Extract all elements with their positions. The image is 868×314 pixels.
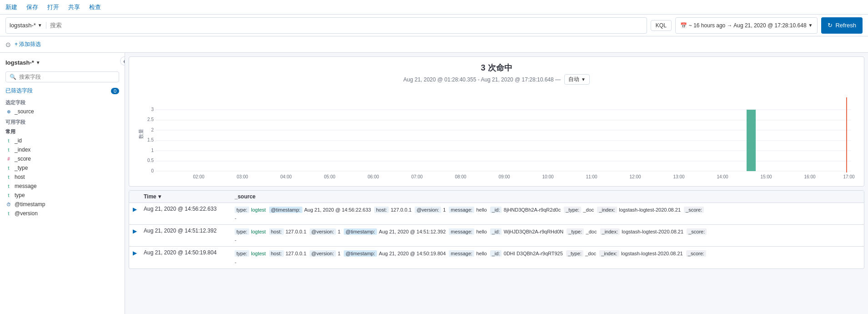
- field-item-type2[interactable]: t type: [0, 191, 125, 200]
- sidebar-search-icon: 🔍: [10, 74, 16, 80]
- menu-item-inspect[interactable]: 检查: [89, 3, 101, 11]
- field-item-index[interactable]: t _index: [0, 145, 125, 154]
- row-expand-button-2[interactable]: ▶: [133, 228, 144, 234]
- index-selector[interactable]: logstash-* ▼: [10, 22, 46, 29]
- token-val-host3: 127.0.0.1: [286, 251, 308, 256]
- row-dash-3: -: [133, 259, 860, 266]
- field-type-icon-id: t: [5, 137, 12, 144]
- field-item-message[interactable]: t message: [0, 182, 125, 191]
- chart-svg: 数量 0 0.5 1 1.5 2 2.5 3: [135, 88, 858, 179]
- field-item-score[interactable]: # _score: [0, 154, 125, 163]
- token-key-ver3: @version:: [310, 250, 336, 257]
- index-dropdown-icon[interactable]: ▼: [38, 23, 42, 28]
- field-item-id[interactable]: t _id: [0, 136, 125, 145]
- row-expand-button-3[interactable]: ▶: [133, 249, 144, 256]
- selected-field-source[interactable]: ⊕ _source: [0, 107, 125, 116]
- menu-item-save[interactable]: 保存: [26, 3, 38, 11]
- field-name-score: _score: [15, 156, 31, 162]
- field-type-icon-version: t: [5, 210, 12, 217]
- menu-item-share[interactable]: 共享: [68, 3, 80, 11]
- table-row: ▶ Aug 21, 2020 @ 14:56:22.633 type: logt…: [129, 203, 864, 225]
- field-name-id: _id: [15, 137, 22, 144]
- field-type-icon-timestamp: ⏱: [5, 201, 12, 208]
- search-input[interactable]: [50, 22, 643, 29]
- token-key-msg3: message:: [449, 250, 474, 257]
- token-key-host3: host:: [269, 250, 284, 257]
- calendar-icon: 📅: [680, 22, 687, 29]
- token-key-ver2: @version:: [310, 228, 336, 235]
- menu-item-new[interactable]: 新建: [5, 3, 17, 11]
- source-field-icon: ⊕: [5, 108, 12, 115]
- selected-fields-toggle[interactable]: 已筛选字段 0: [0, 85, 125, 96]
- svg-text:数量: 数量: [138, 129, 144, 139]
- sidebar-search-input[interactable]: [19, 74, 115, 80]
- table-row: ▶ Aug 21, 2020 @ 14:50:19.804 type: logt…: [129, 247, 864, 268]
- token-key-score1: _score:: [684, 207, 704, 213]
- token-val-host2: 127.0.0.1: [286, 229, 308, 234]
- row-expand-button-1[interactable]: ▶: [133, 206, 144, 213]
- kql-button[interactable]: KQL: [651, 20, 672, 31]
- chart-svg-wrapper: 数量 0 0.5 1 1.5 2 2.5 3: [135, 88, 858, 181]
- token-val-ver3: 1: [338, 251, 342, 256]
- token-val-type3: logtest: [251, 251, 267, 256]
- token-key-host2: host:: [269, 228, 284, 235]
- svg-text:14:00: 14:00: [717, 174, 728, 179]
- field-item-host[interactable]: t host: [0, 172, 125, 182]
- menu-item-open[interactable]: 打开: [47, 3, 59, 11]
- field-type-icon-message: t: [5, 183, 12, 189]
- token-key-idx2: _index:: [600, 228, 620, 235]
- chart-subtitle-row: Aug 21, 2020 @ 01:28:40.355 - Aug 21, 20…: [135, 74, 858, 85]
- row-dash-1: -: [133, 215, 860, 222]
- col-time-header[interactable]: Time ▾: [144, 193, 235, 200]
- svg-text:09:00: 09:00: [498, 174, 510, 179]
- svg-text:06:00: 06:00: [367, 174, 379, 179]
- content-area: 3 次命中 Aug 21, 2020 @ 01:28:40.355 - Aug …: [125, 53, 868, 314]
- section-common-fields: 常用: [0, 127, 125, 136]
- filter-bar: ⊙ + 添加筛选: [0, 36, 868, 53]
- col-expand-header: [133, 193, 144, 200]
- token-key-itype3: _type:: [566, 250, 583, 257]
- svg-text:1.5: 1.5: [147, 137, 154, 142]
- field-name-index: _index: [15, 147, 30, 153]
- chart-container: 3 次命中 Aug 21, 2020 @ 01:28:40.355 - Aug …: [129, 56, 864, 187]
- chart-title: 3 次命中: [135, 62, 858, 73]
- row-time-1: Aug 21, 2020 @ 14:56:22.633: [144, 206, 235, 212]
- row-source-3: type: logtest host: 127.0.0.1 @version: …: [235, 249, 860, 258]
- chart-auto-label: 自动: [568, 76, 579, 83]
- token-key-type3: type:: [235, 250, 249, 257]
- results-table: Time ▾ _source ▶ Aug 21, 2020 @ 14:56:22…: [129, 190, 864, 269]
- main-layout: logstash-* ▼ ❮ 🔍 已筛选字段 0 选定字段 ⊕ _source …: [0, 53, 868, 314]
- svg-text:1: 1: [151, 148, 154, 153]
- chart-auto-selector[interactable]: 自动 ▼: [564, 74, 590, 85]
- token-val-ver1: 1: [443, 207, 447, 213]
- field-type-icon-type: t: [5, 165, 12, 171]
- field-name-version: @version: [15, 210, 38, 217]
- svg-text:17:00: 17:00: [843, 174, 854, 179]
- table-row-main-2: ▶ Aug 21, 2020 @ 14:51:12.392 type: logt…: [133, 228, 860, 236]
- svg-text:10:00: 10:00: [542, 174, 553, 179]
- token-key-idx1: _index:: [597, 207, 617, 213]
- svg-text:12:00: 12:00: [629, 174, 641, 179]
- add-filter-button[interactable]: + 添加筛选: [15, 41, 41, 48]
- time-picker[interactable]: 📅 ~ 16 hours ago → Aug 21, 2020 @ 17:28:…: [675, 17, 818, 34]
- chart-date-range: Aug 21, 2020 @ 01:28:40.355 - Aug 21, 20…: [403, 76, 561, 83]
- sidebar: logstash-* ▼ ❮ 🔍 已筛选字段 0 选定字段 ⊕ _source …: [0, 53, 125, 314]
- field-type-icon-index: t: [5, 147, 12, 153]
- sidebar-index-dropdown-icon: ▼: [36, 60, 40, 65]
- row-dash-2: -: [133, 237, 860, 243]
- section-available-fields: 可用字段: [0, 116, 125, 127]
- refresh-button[interactable]: ↻ Refresh: [821, 17, 863, 34]
- svg-text:13:00: 13:00: [673, 174, 684, 179]
- sidebar-collapse-button[interactable]: ❮: [120, 56, 125, 66]
- field-item-timestamp[interactable]: ⏱ @timestamp: [0, 200, 125, 209]
- row-source-2: type: logtest host: 127.0.0.1 @version: …: [235, 228, 860, 236]
- table-row-main-3: ▶ Aug 21, 2020 @ 14:50:19.804 type: logt…: [133, 249, 860, 258]
- svg-text:08:00: 08:00: [455, 174, 466, 179]
- token-key-msg2: message:: [449, 228, 474, 235]
- field-item-type[interactable]: t _type: [0, 163, 125, 172]
- svg-text:0.5: 0.5: [147, 158, 154, 163]
- section-selected-fields: 选定字段: [0, 96, 125, 107]
- token-val-ver2: 1: [338, 229, 342, 234]
- sidebar-index-pattern[interactable]: logstash-* ▼: [5, 59, 40, 66]
- field-item-version[interactable]: t @version: [0, 209, 125, 218]
